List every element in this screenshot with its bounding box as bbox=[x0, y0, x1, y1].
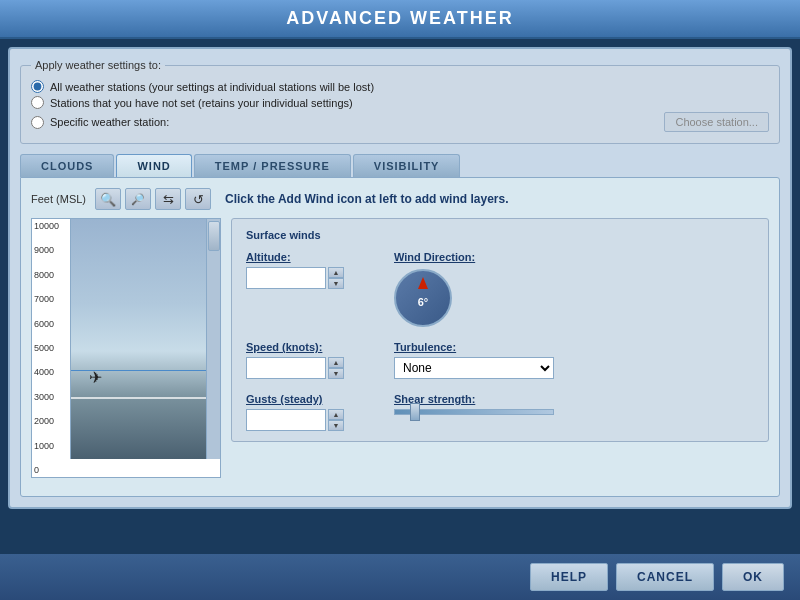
radio-row-notset: Stations that you have not set (retains … bbox=[31, 96, 769, 109]
chart-area: ✈ bbox=[70, 219, 220, 459]
speed-label: Speed (knots): bbox=[246, 341, 344, 353]
wind-panel: Feet (MSL) 🔍 🔎 ⇆ ↺ Click the Add Wind ic… bbox=[20, 177, 780, 497]
radio-all-stations[interactable] bbox=[31, 80, 44, 93]
wind-direction-group: Wind Direction: 6° bbox=[394, 251, 475, 327]
tab-clouds[interactable]: CLOUDS bbox=[20, 154, 114, 177]
chart-scrollbar[interactable] bbox=[206, 219, 220, 459]
altitude-down-btn[interactable]: ▼ bbox=[328, 278, 344, 289]
move-button[interactable]: ⇆ bbox=[155, 188, 181, 210]
wind-chart: 0 1000 2000 3000 4000 5000 6000 7000 800… bbox=[31, 218, 221, 478]
main-content: Apply weather settings to: All weather s… bbox=[8, 47, 792, 509]
fields-row-3: Gusts (steady) 0 ▲ ▼ bbox=[246, 393, 754, 431]
radio-all-label: All weather stations (your settings at i… bbox=[50, 81, 374, 93]
speed-up-btn[interactable]: ▲ bbox=[328, 357, 344, 368]
surface-winds-group: Surface winds Altitude: 3231 ▲ ▼ bbox=[231, 218, 769, 442]
surface-winds-panel: Surface winds Altitude: 3231 ▲ ▼ bbox=[231, 218, 769, 478]
compass-needle bbox=[418, 277, 428, 289]
panel-body: 0 1000 2000 3000 4000 5000 6000 7000 800… bbox=[31, 218, 769, 478]
cancel-button[interactable]: CANCEL bbox=[616, 563, 714, 591]
altitude-group: Altitude: 3231 ▲ ▼ bbox=[246, 251, 344, 327]
reset-button[interactable]: ↺ bbox=[185, 188, 211, 210]
altitude-input[interactable]: 3231 bbox=[246, 267, 326, 289]
window-title: ADVANCED WEATHER bbox=[286, 8, 513, 28]
radio-specific-station[interactable] bbox=[31, 116, 44, 129]
shear-group: Shear strength: bbox=[394, 393, 554, 431]
ok-button[interactable]: OK bbox=[722, 563, 784, 591]
altitude-spinner: 3231 ▲ ▼ bbox=[246, 267, 344, 289]
surface-winds-title: Surface winds bbox=[246, 229, 754, 241]
radio-notset-stations[interactable] bbox=[31, 96, 44, 109]
turbulence-select-wrapper: None Light Moderate Severe bbox=[394, 357, 554, 379]
bottom-bar: HELP CANCEL OK bbox=[0, 554, 800, 600]
chart-labels: 0 1000 2000 3000 4000 5000 6000 7000 800… bbox=[32, 219, 72, 477]
radio-row-specific: Specific weather station: Choose station… bbox=[31, 112, 769, 132]
tab-temp[interactable]: TEMP / PRESSURE bbox=[194, 154, 351, 177]
gusts-input[interactable]: 0 bbox=[246, 409, 326, 431]
wind-compass[interactable]: 6° bbox=[394, 269, 452, 327]
tabs-row: CLOUDS WIND TEMP / PRESSURE VISIBILITY bbox=[20, 154, 780, 177]
zoom-out-button[interactable]: 🔎 bbox=[125, 188, 151, 210]
gusts-spinner: 0 ▲ ▼ bbox=[246, 409, 344, 431]
feet-msl-label: Feet (MSL) bbox=[31, 193, 91, 205]
panel-toolbar: Feet (MSL) 🔍 🔎 ⇆ ↺ Click the Add Wind ic… bbox=[31, 188, 769, 210]
zoom-in-button[interactable]: 🔍 bbox=[95, 188, 121, 210]
radio-specific-label: Specific weather station: bbox=[50, 116, 169, 128]
gusts-label: Gusts (steady) bbox=[246, 393, 344, 405]
speed-spinner-btns: ▲ ▼ bbox=[328, 357, 344, 379]
wind-direction-label: Wind Direction: bbox=[394, 251, 475, 263]
fields-row-1: Altitude: 3231 ▲ ▼ bbox=[246, 251, 754, 327]
altitude-label: Altitude: bbox=[246, 251, 344, 263]
speed-spinner: 0 ▲ ▼ bbox=[246, 357, 344, 379]
turbulence-label: Turbulence: bbox=[394, 341, 554, 353]
fields-row-2: Speed (knots): 0 ▲ ▼ bbox=[246, 341, 754, 379]
choose-station-button[interactable]: Choose station... bbox=[664, 112, 769, 132]
radio-row-all: All weather stations (your settings at i… bbox=[31, 80, 769, 93]
radio-notset-label: Stations that you have not set (retains … bbox=[50, 97, 353, 109]
speed-group: Speed (knots): 0 ▲ ▼ bbox=[246, 341, 344, 379]
gusts-up-btn[interactable]: ▲ bbox=[328, 409, 344, 420]
panel-instruction: Click the Add Wind icon at left to add w… bbox=[225, 192, 508, 206]
turbulence-select[interactable]: None Light Moderate Severe bbox=[394, 357, 554, 379]
altitude-spinner-btns: ▲ ▼ bbox=[328, 267, 344, 289]
tab-wind[interactable]: WIND bbox=[116, 154, 191, 177]
altitude-up-btn[interactable]: ▲ bbox=[328, 267, 344, 278]
gusts-down-btn[interactable]: ▼ bbox=[328, 420, 344, 431]
shear-slider-container bbox=[394, 409, 554, 415]
apply-settings-group: Apply weather settings to: All weather s… bbox=[20, 59, 780, 144]
speed-down-btn[interactable]: ▼ bbox=[328, 368, 344, 379]
plane-icon: ✈ bbox=[89, 368, 102, 387]
gusts-spinner-btns: ▲ ▼ bbox=[328, 409, 344, 431]
horizon-line bbox=[71, 397, 206, 399]
help-button[interactable]: HELP bbox=[530, 563, 608, 591]
shear-slider[interactable] bbox=[394, 409, 554, 415]
speed-input[interactable]: 0 bbox=[246, 357, 326, 379]
title-bar: ADVANCED WEATHER bbox=[0, 0, 800, 39]
compass-value: 6° bbox=[418, 296, 429, 308]
turbulence-group: Turbulence: None Light Moderate Severe bbox=[394, 341, 554, 379]
apply-legend: Apply weather settings to: bbox=[31, 59, 165, 71]
tab-visibility[interactable]: VISIBILITY bbox=[353, 154, 461, 177]
gusts-group: Gusts (steady) 0 ▲ ▼ bbox=[246, 393, 344, 431]
